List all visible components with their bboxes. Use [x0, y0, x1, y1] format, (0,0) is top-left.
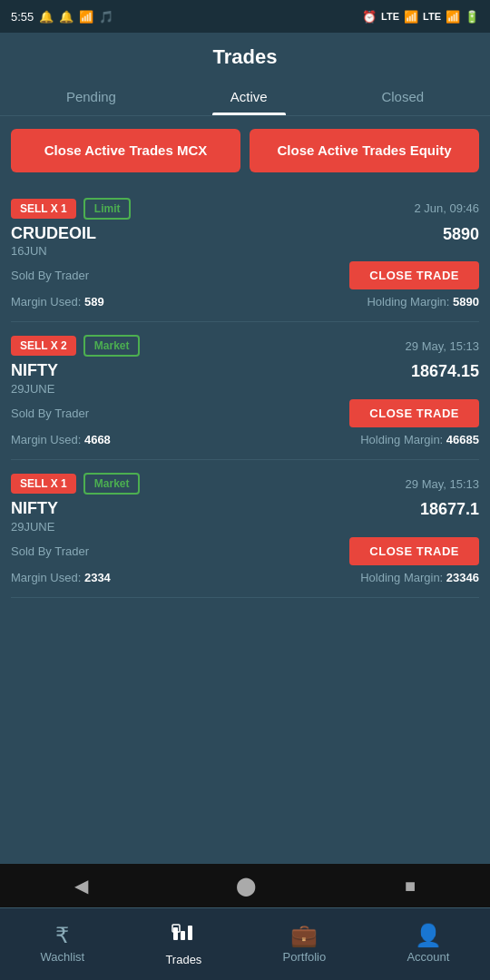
close-trade-button[interactable]: CLOSE TRADE — [349, 399, 479, 427]
trades-icon — [172, 922, 195, 949]
nav-label-watchlist: Wachlist — [41, 950, 85, 964]
alarm-icon: 🔔 — [39, 10, 54, 24]
nav-item-portfolio[interactable]: 💼 Portfolio — [269, 917, 341, 971]
battery-icon: 🔋 — [465, 10, 479, 24]
trade-datetime: 29 May, 15:13 — [406, 477, 479, 491]
trade-holding-margin: Holding Margin: 5890 — [367, 295, 479, 309]
nav-item-watchlist[interactable]: ₹ Wachlist — [26, 917, 100, 971]
trade-seller: Sold By Trader — [11, 269, 89, 282]
trade-seller-row: Sold By Trader CLOSE TRADE — [11, 399, 479, 427]
home-button[interactable]: ⬤ — [236, 875, 256, 897]
android-nav-bar: ◀ ⬤ ■ — [0, 864, 490, 907]
watchlist-icon: ₹ — [55, 925, 69, 946]
trade-datetime: 29 May, 15:13 — [406, 339, 479, 353]
bottom-nav: ₹ Wachlist Trades 💼 Portfolio 👤 Account — [0, 907, 490, 980]
trade-top-row: SELL X 2 Market 29 May, 15:13 — [11, 335, 479, 357]
notification-icon: 🔔 — [59, 10, 74, 24]
tab-pending[interactable]: Pending — [48, 78, 134, 115]
portfolio-icon: 💼 — [290, 925, 318, 946]
trade-top-row: SELL X 1 Market 29 May, 15:13 — [11, 473, 479, 495]
svg-rect-1 — [181, 931, 185, 940]
trade-instrument-info: NIFTY 29JUNE — [11, 362, 58, 396]
trade-price: 5890 — [443, 225, 479, 244]
trade-margin-used: Margin Used: 4668 — [11, 433, 111, 446]
sim-icon: 📶 — [79, 10, 93, 24]
sell-badge: SELL X 2 — [11, 336, 76, 356]
order-type-badge: Market — [83, 335, 141, 357]
trade-margin-used: Margin Used: 2334 — [11, 571, 111, 584]
back-button[interactable]: ◀ — [74, 875, 88, 897]
trade-expiry: 29JUNE — [11, 520, 58, 534]
trade-price: 18674.15 — [411, 362, 479, 381]
trade-price: 18677.1 — [420, 500, 479, 519]
order-type-badge: Limit — [83, 198, 132, 220]
signal-icon: 📶 — [446, 10, 460, 24]
trade-margin-row: Margin Used: 2334 Holding Margin: 23346 — [11, 571, 479, 584]
recents-button[interactable]: ■ — [405, 876, 416, 897]
trade-instrument-row: NIFTY 29JUNE 18677.1 — [11, 500, 479, 534]
trade-seller: Sold By Trader — [11, 544, 89, 558]
header: Trades — [0, 33, 490, 78]
trade-badges: SELL X 2 Market — [11, 335, 140, 357]
tabs-bar: Pending Active Closed — [0, 78, 490, 116]
trade-instrument-row: CRUDEOIL 16JUN 5890 — [11, 225, 479, 259]
svg-rect-2 — [188, 926, 192, 940]
sell-badge: SELL X 1 — [11, 199, 76, 219]
trade-expiry: 29JUNE — [11, 382, 58, 396]
trade-seller: Sold By Trader — [11, 407, 89, 420]
trade-instrument-info: NIFTY 29JUNE — [11, 500, 58, 534]
nav-item-account[interactable]: 👤 Account — [392, 917, 464, 971]
trade-instrument-name: NIFTY — [11, 362, 58, 380]
trade-margin-row: Margin Used: 4668 Holding Margin: 46685 — [11, 433, 479, 446]
trade-seller-row: Sold By Trader CLOSE TRADE — [11, 537, 479, 565]
nav-label-account: Account — [407, 950, 449, 964]
trade-badges: SELL X 1 Market — [11, 473, 140, 495]
trade-instrument-info: CRUDEOIL 16JUN — [11, 225, 96, 259]
account-icon: 👤 — [415, 925, 442, 946]
close-trade-button[interactable]: CLOSE TRADE — [349, 537, 479, 565]
trade-holding-margin: Holding Margin: 23346 — [360, 571, 479, 584]
tab-closed[interactable]: Closed — [363, 78, 442, 115]
trade-datetime: 2 Jun, 09:46 — [414, 201, 479, 215]
trade-instrument-row: NIFTY 29JUNE 18674.15 — [11, 362, 479, 396]
trade-holding-margin: Holding Margin: 46685 — [360, 433, 479, 446]
close-trade-button[interactable]: CLOSE TRADE — [349, 261, 479, 289]
close-active-trades-equity-button[interactable]: Close Active Trades Equity — [250, 129, 479, 172]
wifi-icon: 📶 — [404, 10, 418, 24]
trade-margin-row: Margin Used: 589 Holding Margin: 5890 — [11, 295, 479, 309]
lte2-label: LTE — [423, 11, 441, 22]
trade-row: SELL X 1 Limit 2 Jun, 09:46 CRUDEOIL 16J… — [11, 185, 479, 323]
nav-label-portfolio: Portfolio — [283, 950, 327, 964]
trade-expiry: 16JUN — [11, 244, 96, 258]
status-left: 5:55 🔔 🔔 📶 🎵 — [11, 10, 113, 24]
trade-badges: SELL X 1 Limit — [11, 198, 131, 220]
page-title: Trades — [213, 45, 278, 68]
close-active-trades-mcx-button[interactable]: Close Active Trades MCX — [11, 129, 240, 172]
order-type-badge: Market — [83, 473, 141, 495]
status-time: 5:55 — [11, 10, 34, 24]
trade-top-row: SELL X 1 Limit 2 Jun, 09:46 — [11, 198, 479, 220]
media-icon: 🎵 — [99, 10, 113, 24]
lte-label: LTE — [381, 11, 399, 22]
trades-list: SELL X 1 Limit 2 Jun, 09:46 CRUDEOIL 16J… — [0, 185, 490, 598]
alarm-clock-icon: ⏰ — [362, 10, 377, 24]
action-buttons-row: Close Active Trades MCX Close Active Tra… — [0, 116, 490, 185]
status-bar: 5:55 🔔 🔔 📶 🎵 ⏰ LTE 📶 LTE 📶 🔋 — [0, 0, 490, 33]
sell-badge: SELL X 1 — [11, 474, 76, 494]
trade-row: SELL X 1 Market 29 May, 15:13 NIFTY 29JU… — [11, 460, 479, 598]
trade-instrument-name: CRUDEOIL — [11, 225, 96, 243]
status-right: ⏰ LTE 📶 LTE 📶 🔋 — [362, 10, 479, 24]
trade-row: SELL X 2 Market 29 May, 15:13 NIFTY 29JU… — [11, 322, 479, 460]
nav-label-trades: Trades — [165, 953, 201, 966]
trade-seller-row: Sold By Trader CLOSE TRADE — [11, 261, 479, 289]
tab-active[interactable]: Active — [212, 78, 286, 115]
svg-rect-0 — [173, 927, 178, 940]
trade-margin-used: Margin Used: 589 — [11, 295, 104, 309]
trade-instrument-name: NIFTY — [11, 500, 58, 518]
nav-item-trades[interactable]: Trades — [151, 915, 216, 974]
